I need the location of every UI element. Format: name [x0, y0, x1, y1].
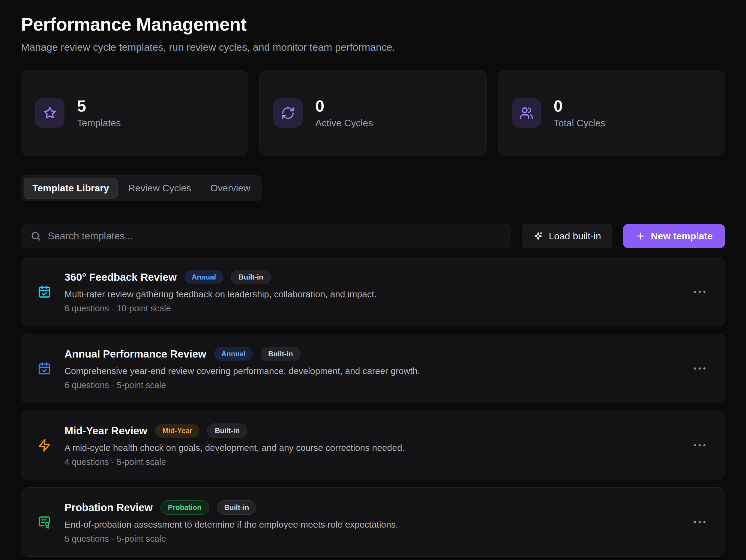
builtin-badge: Built-in [217, 500, 257, 515]
stat-card-total-cycles: 0 Total Cycles [498, 70, 725, 156]
search-input[interactable] [48, 230, 502, 242]
tab-template-library[interactable]: Template Library [24, 178, 118, 199]
stat-label-templates: Templates [77, 118, 121, 129]
tab-bar: Template Library Review Cycles Overview [21, 175, 262, 201]
template-card-probation[interactable]: Probation Review Probation Built-in End-… [21, 488, 725, 557]
template-list: 360° Feedback Review Annual Built-in Mul… [21, 257, 725, 557]
type-badge: Mid-Year [155, 424, 199, 438]
stat-card-templates: 5 Templates [21, 70, 248, 156]
stat-value-active-cycles: 0 [315, 97, 373, 115]
refresh-icon [273, 98, 303, 128]
template-description: Multi-rater review gathering feedback on… [64, 289, 682, 299]
star-icon [35, 98, 64, 128]
template-card-360-feedback[interactable]: 360° Feedback Review Annual Built-in Mul… [21, 257, 725, 326]
stats-row: 5 Templates 0 Active Cycles [21, 70, 725, 156]
template-meta: 6 questions · 10-point scale [64, 303, 682, 314]
type-badge: Annual [184, 270, 223, 284]
stat-value-total-cycles: 0 [554, 97, 606, 115]
type-badge: Annual [214, 347, 253, 361]
plus-icon [635, 231, 645, 241]
stat-label-active-cycles: Active Cycles [315, 118, 373, 129]
toolbar: Load built-in New template [21, 224, 725, 248]
template-title: Probation Review [64, 502, 153, 513]
stat-value-templates: 5 [77, 97, 121, 115]
template-meta: 4 questions · 5-point scale [64, 457, 682, 467]
tab-review-cycles[interactable]: Review Cycles [119, 178, 200, 199]
template-card-annual-performance[interactable]: Annual Performance Review Annual Built-i… [21, 334, 725, 403]
search-icon [30, 231, 41, 241]
builtin-badge: Built-in [261, 347, 300, 361]
ellipsis-menu-icon[interactable] [691, 286, 709, 298]
tab-overview[interactable]: Overview [202, 178, 259, 199]
new-template-label: New template [651, 231, 713, 242]
builtin-badge: Built-in [231, 270, 271, 285]
sparkles-icon [533, 231, 543, 241]
load-builtin-button[interactable]: Load built-in [522, 224, 612, 248]
lightning-icon [37, 439, 51, 452]
ellipsis-menu-icon[interactable] [691, 516, 709, 528]
template-title: Mid-Year Review [64, 425, 147, 437]
certificate-icon [37, 515, 51, 529]
load-builtin-label: Load built-in [549, 231, 601, 242]
performance-management-page: Performance Management Manage review cyc… [0, 0, 746, 560]
builtin-badge: Built-in [207, 423, 247, 438]
template-description: Comprehensive year-end review covering p… [64, 366, 682, 376]
template-meta: 6 questions · 5-point scale [64, 380, 682, 390]
template-title: 360° Feedback Review [64, 271, 177, 283]
template-meta: 5 questions · 5-point scale [64, 534, 682, 544]
page-subtitle: Manage review cycle templates, run revie… [21, 41, 725, 53]
calendar-check-icon [37, 285, 51, 299]
calendar-check-icon [37, 362, 51, 376]
template-card-mid-year[interactable]: Mid-Year Review Mid-Year Built-in A mid-… [21, 411, 725, 480]
page-title: Performance Management [21, 14, 725, 35]
stat-card-active-cycles: 0 Active Cycles [259, 70, 487, 156]
users-icon [512, 98, 541, 128]
type-badge: Probation [161, 500, 209, 515]
ellipsis-menu-icon[interactable] [691, 439, 709, 451]
new-template-button[interactable]: New template [623, 224, 725, 248]
stat-label-total-cycles: Total Cycles [554, 118, 606, 129]
template-description: End-of-probation assessment to determine… [64, 520, 682, 530]
template-description: A mid-cycle health check on goals, devel… [64, 443, 682, 453]
search-box [21, 224, 511, 248]
template-title: Annual Performance Review [64, 348, 206, 360]
ellipsis-menu-icon[interactable] [691, 363, 709, 374]
